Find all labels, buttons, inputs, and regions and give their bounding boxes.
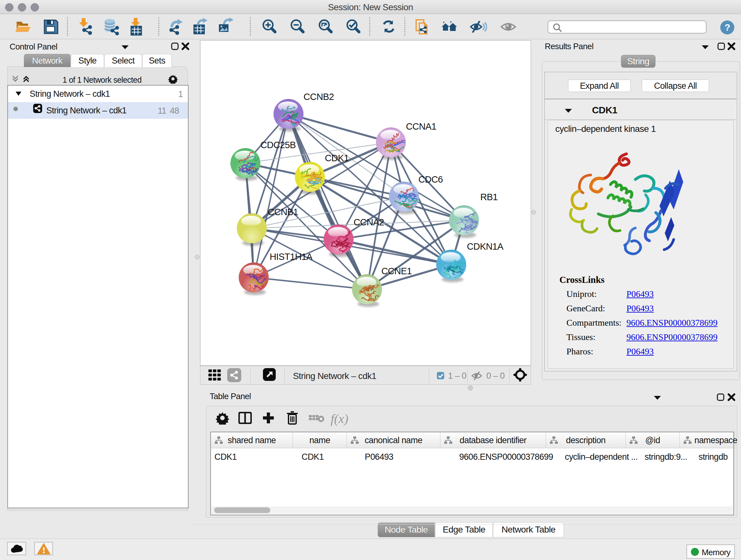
svg-text:CCNB2: CCNB2	[304, 91, 334, 102]
svg-text:CCNA2: CCNA2	[354, 217, 384, 227]
svg-text:CDC25B: CDC25B	[260, 140, 296, 150]
svg-text:CCNE1: CCNE1	[381, 266, 412, 276]
svg-text:HIST1H1A: HIST1H1A	[270, 252, 313, 262]
svg-text:?: ?	[724, 22, 730, 33]
svg-text:CDKN1A: CDKN1A	[467, 241, 503, 252]
svg-text:CCNA1: CCNA1	[406, 121, 436, 132]
svg-text:CDK1: CDK1	[325, 153, 349, 163]
svg-text:CCNB1: CCNB1	[268, 207, 298, 217]
svg-text:RB1: RB1	[480, 192, 498, 202]
svg-text:CDC6: CDC6	[418, 174, 443, 185]
